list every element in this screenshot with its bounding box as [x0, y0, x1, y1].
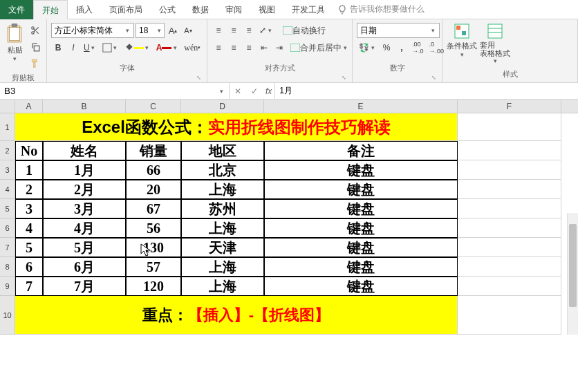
cancel-formula-button[interactable]: ✕ — [230, 86, 246, 96]
row-header-3[interactable]: 3 — [0, 160, 15, 180]
phonetic-button[interactable]: wén▾ — [182, 40, 203, 55]
footer-cell[interactable]: 重点：【插入】-【折线图】 — [15, 296, 458, 335]
cell-f1[interactable] — [458, 113, 561, 141]
cell-area[interactable]: 上海 — [181, 257, 264, 277]
col-header-e[interactable]: E — [264, 100, 458, 113]
cell-sales[interactable]: 56 — [126, 218, 181, 238]
format-as-table-button[interactable]: 套用 表格格式▾ — [480, 23, 510, 64]
vertical-scrollbar[interactable] — [567, 213, 578, 335]
cell-no[interactable]: 4 — [15, 218, 43, 238]
header-area[interactable]: 地区 — [181, 141, 264, 160]
merge-center-button[interactable]: 合并后居中▾ — [288, 40, 351, 55]
increase-indent-button[interactable]: ⇥ — [272, 40, 286, 55]
row-header-8[interactable]: 8 — [0, 257, 15, 277]
cell-sales[interactable]: 20 — [126, 180, 181, 199]
decrease-font-button[interactable]: A▾ — [181, 23, 195, 38]
cell-no[interactable]: 7 — [15, 277, 43, 296]
cell-area[interactable]: 天津 — [181, 238, 264, 257]
align-top-button[interactable]: ≡ — [212, 23, 225, 38]
header-name[interactable]: 姓名 — [43, 141, 126, 160]
cell-no[interactable]: 1 — [15, 160, 43, 180]
increase-font-button[interactable]: A▴ — [166, 23, 180, 38]
cell-f[interactable] — [458, 160, 561, 180]
select-all-button[interactable] — [0, 100, 15, 113]
col-header-c[interactable]: C — [126, 100, 181, 113]
tab-home[interactable]: 开始 — [33, 0, 68, 19]
col-header-a[interactable]: A — [15, 100, 43, 113]
font-color-button[interactable]: A▾ — [154, 40, 181, 55]
fill-color-button[interactable]: ▾ — [122, 40, 153, 55]
formula-input[interactable] — [275, 86, 578, 96]
name-box[interactable]: ▾ — [0, 83, 230, 99]
name-box-input[interactable] — [4, 86, 46, 96]
row-header-2[interactable]: 2 — [0, 141, 15, 160]
cell-no[interactable]: 3 — [15, 199, 43, 218]
cell-name[interactable]: 4月 — [43, 218, 126, 238]
cell-remark[interactable]: 键盘 — [264, 218, 458, 238]
row-header-9[interactable]: 9 — [0, 277, 15, 296]
cell-f[interactable] — [458, 257, 561, 277]
row-header-4[interactable]: 4 — [0, 180, 15, 199]
cell-f[interactable] — [458, 238, 561, 257]
font-size-select[interactable]: ▾ — [136, 23, 165, 38]
tab-insert[interactable]: 插入 — [68, 0, 101, 19]
header-no[interactable]: No — [15, 141, 43, 160]
align-left-button[interactable]: ≡ — [212, 40, 225, 55]
enter-formula-button[interactable]: ✓ — [246, 86, 263, 96]
cell-name[interactable]: 2月 — [43, 180, 126, 199]
cell-sales[interactable]: 57 — [126, 257, 181, 277]
conditional-format-button[interactable]: 条件格式▾ — [447, 23, 477, 58]
cell-remark[interactable]: 键盘 — [264, 180, 458, 199]
increase-decimal-button[interactable]: .00→.0 — [410, 40, 426, 55]
cell-f[interactable] — [458, 180, 561, 199]
cell-name[interactable]: 7月 — [43, 277, 126, 296]
cell-f2[interactable] — [458, 141, 561, 160]
orientation-button[interactable]: ⤢▾ — [257, 23, 275, 38]
cell-sales[interactable]: 120 — [126, 277, 181, 296]
cell-remark[interactable]: 键盘 — [264, 160, 458, 180]
tab-formulas[interactable]: 公式 — [151, 0, 184, 19]
cell-name[interactable]: 6月 — [43, 257, 126, 277]
underline-button[interactable]: U▾ — [82, 40, 99, 55]
accounting-format-button[interactable]: 💱▾ — [357, 40, 378, 55]
fx-icon[interactable]: fx — [263, 83, 275, 99]
bold-button[interactable]: B — [51, 40, 65, 55]
tab-review[interactable]: 审阅 — [217, 0, 250, 19]
tab-view[interactable]: 视图 — [250, 0, 283, 19]
row-header-7[interactable]: 7 — [0, 238, 15, 257]
percent-button[interactable]: % — [380, 40, 393, 55]
cell-no[interactable]: 6 — [15, 257, 43, 277]
row-header-10[interactable]: 10 — [0, 296, 15, 335]
cell-area[interactable]: 苏州 — [181, 199, 264, 218]
col-header-f[interactable]: F — [458, 100, 561, 113]
comma-button[interactable]: , — [395, 40, 409, 55]
row-header-6[interactable]: 6 — [0, 218, 15, 238]
wrap-text-button[interactable]: 自动换行 — [277, 23, 332, 38]
tell-me-search[interactable]: 告诉我你想要做什么 — [337, 3, 425, 15]
cell-remark[interactable]: 键盘 — [264, 277, 458, 296]
header-sales[interactable]: 销量 — [126, 141, 181, 160]
row-header-1[interactable]: 1 — [0, 113, 15, 141]
align-bottom-button[interactable]: ≡ — [242, 23, 256, 38]
cell-sales[interactable]: 67 — [126, 199, 181, 218]
tab-file[interactable]: 文件 — [0, 0, 33, 19]
align-right-button[interactable]: ≡ — [242, 40, 256, 55]
cell-f[interactable] — [458, 277, 561, 296]
cell-remark[interactable]: 键盘 — [264, 257, 458, 277]
copy-button[interactable] — [28, 39, 42, 55]
cell-f[interactable] — [458, 199, 561, 218]
col-header-b[interactable]: B — [43, 100, 126, 113]
paste-button[interactable]: 粘贴 ▾ — [4, 23, 26, 62]
number-format-select[interactable]: 日期▾ — [357, 23, 440, 38]
cell-area[interactable]: 上海 — [181, 180, 264, 199]
border-button[interactable]: ▾ — [100, 40, 121, 55]
cell-name[interactable]: 1月 — [43, 160, 126, 180]
title-cell[interactable]: Excel函数公式：实用折线图制作技巧解读 — [15, 113, 458, 141]
cell-sales[interactable]: 130 — [126, 238, 181, 257]
tab-data[interactable]: 数据 — [184, 0, 217, 19]
cell-no[interactable]: 5 — [15, 238, 43, 257]
cell-area[interactable]: 上海 — [181, 218, 264, 238]
cell-area[interactable]: 上海 — [181, 277, 264, 296]
align-middle-button[interactable]: ≡ — [227, 23, 241, 38]
align-center-button[interactable]: ≡ — [227, 40, 241, 55]
